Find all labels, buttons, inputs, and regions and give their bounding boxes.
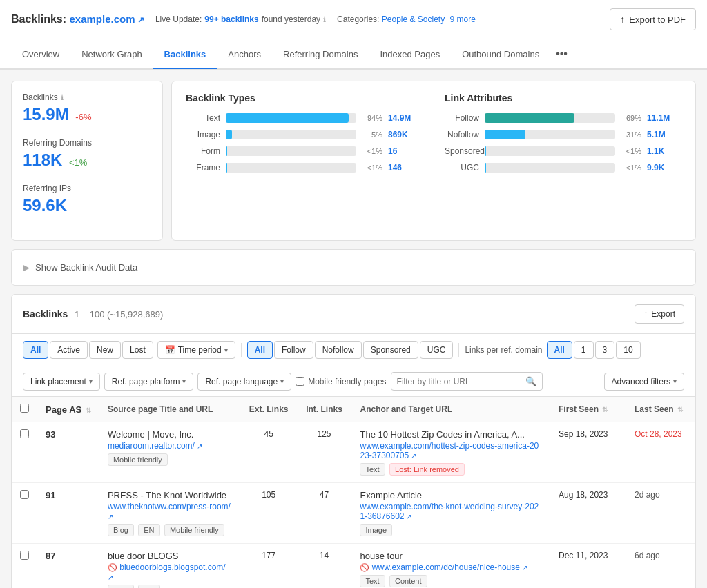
- th-last-seen[interactable]: Last Seen ⇅: [626, 397, 695, 422]
- filter-type-new[interactable]: New: [89, 341, 121, 359]
- ref-page-language-dropdown[interactable]: Ref. page language: [197, 373, 291, 391]
- table-body: 93 Welcome | Move, Inc. mediaroom.realto…: [12, 422, 695, 589]
- bar-count-text: 14.9M: [388, 113, 423, 123]
- bar-fill-text: [226, 113, 349, 123]
- th-page-as[interactable]: Page AS ⇅: [37, 397, 99, 422]
- filter-attr-nofollow[interactable]: Nofollow: [315, 341, 362, 359]
- ref-page-platform-label: Ref. page platform: [112, 377, 180, 386]
- sort-icon-last: ⇅: [677, 406, 683, 413]
- filter-attr-all[interactable]: All: [247, 341, 273, 359]
- bar-label-nofollow: Nofollow: [445, 130, 479, 139]
- th-int-links[interactable]: Int. Links: [296, 397, 351, 422]
- bar-track-sponsored: [485, 146, 615, 156]
- filter-lp-10[interactable]: 10: [616, 341, 640, 359]
- filter-type-lost[interactable]: Lost: [122, 341, 153, 359]
- source-url-3[interactable]: 🚫 bluedoorblogs.blogspot.com/: [108, 562, 226, 582]
- as-score-3: 87: [46, 551, 55, 561]
- bar-pct-text: 94%: [362, 114, 382, 122]
- td-first-1: Sep 18, 2023: [550, 422, 626, 483]
- th-ext-links[interactable]: Ext. Links: [241, 397, 297, 422]
- export-backlinks-button[interactable]: ↑ Export: [635, 304, 684, 324]
- tag-en-3: EN: [138, 585, 159, 588]
- source-url-2[interactable]: www.theknotww.com/press-room/: [108, 502, 231, 521]
- tab-anchors[interactable]: Anchors: [217, 41, 272, 69]
- filter-lp-3[interactable]: 3: [595, 341, 615, 359]
- filter-attr-follow[interactable]: Follow: [274, 341, 313, 359]
- td-ext-2: 105: [241, 483, 297, 544]
- th-first-seen[interactable]: First Seen ⇅: [550, 397, 626, 422]
- link-placement-dropdown[interactable]: Link placement: [23, 373, 100, 391]
- anchor-url-2[interactable]: www.example.com/the-knot-wedding-survey-…: [360, 502, 542, 521]
- categories: Categories: People & Society 9 more: [337, 14, 476, 24]
- export-btn-label: Export: [651, 309, 675, 319]
- tab-referring-domains[interactable]: Referring Domains: [272, 41, 369, 69]
- backlinks-table-title: Backlinks: [23, 308, 68, 320]
- row-checkbox-3[interactable]: [20, 551, 29, 560]
- th-last-seen-label: Last Seen: [635, 404, 674, 414]
- search-input[interactable]: [397, 377, 523, 386]
- filter-lp-1[interactable]: 1: [574, 341, 594, 359]
- select-all-checkbox[interactable]: [20, 404, 29, 413]
- time-period-dropdown[interactable]: 📅 Time period: [157, 341, 235, 359]
- referring-domains-label: Referring Domains: [23, 138, 151, 148]
- backlink-types-title: Backlink Types: [186, 92, 423, 104]
- category-link[interactable]: People & Society: [382, 14, 445, 24]
- bar-label-frame: Frame: [186, 163, 220, 173]
- anchor-tag-image-2: Image: [360, 524, 392, 536]
- tab-overview[interactable]: Overview: [11, 41, 70, 69]
- filter-type-active[interactable]: Active: [50, 341, 88, 359]
- mobile-friendly-checkbox-label[interactable]: Mobile friendly pages: [296, 377, 386, 386]
- show-audit-toggle[interactable]: ▶ Show Backlink Audit Data: [23, 254, 684, 281]
- nav-more-button[interactable]: •••: [550, 39, 573, 68]
- source-url-1[interactable]: mediaroom.realtor.com/: [108, 441, 202, 451]
- info-icon[interactable]: ℹ: [323, 15, 326, 24]
- th-ext-links-label: Ext. Links: [249, 404, 289, 414]
- table-header-row: Page AS ⇅ Source page Title and URL Ext.…: [12, 397, 695, 422]
- blocked-icon-anchor-3: 🚫: [360, 563, 369, 571]
- top-bar: Backlinks: example.com Live Update: 99+ …: [0, 0, 707, 39]
- td-check-2: [12, 483, 37, 544]
- bar-pct-image: 5%: [362, 130, 382, 139]
- attr-filter-group: All Follow Nofollow Sponsored UGC: [247, 341, 454, 359]
- backlinks-info-icon[interactable]: ℹ: [61, 93, 64, 102]
- filter-type-all[interactable]: All: [23, 341, 48, 359]
- referring-domains-change: <1%: [69, 157, 87, 168]
- row-checkbox-2[interactable]: [20, 490, 29, 499]
- tag-blog-2: Blog: [108, 524, 134, 536]
- td-source-3: blue door BLOGS 🚫 bluedoorblogs.blogspot…: [99, 544, 241, 589]
- mobile-friendly-checkbox[interactable]: [296, 377, 304, 386]
- referring-ips-label-text: Referring IPs: [23, 184, 71, 193]
- bar-label-ugc: UGC: [445, 163, 479, 173]
- td-as-3: 87: [37, 544, 99, 589]
- ref-page-platform-dropdown[interactable]: Ref. page platform: [104, 373, 194, 391]
- th-source-label: Source page Title and URL: [108, 404, 213, 414]
- tab-indexed-pages[interactable]: Indexed Pages: [369, 41, 451, 69]
- td-as-2: 91: [37, 483, 99, 544]
- more-categories-link[interactable]: 9 more: [450, 14, 476, 24]
- filter-lp-all[interactable]: All: [547, 341, 572, 359]
- as-score-2: 91: [46, 490, 55, 500]
- domain-link[interactable]: example.com: [70, 13, 144, 25]
- tab-network-graph[interactable]: Network Graph: [70, 41, 153, 69]
- backlinks-value: 15.9M: [23, 105, 69, 124]
- tag-en-2: EN: [138, 524, 159, 536]
- tab-outbound-domains[interactable]: Outbound Domains: [451, 41, 550, 69]
- anchor-url-1[interactable]: www.example.com/hottest-zip-codes-americ…: [360, 441, 542, 460]
- export-pdf-button[interactable]: Export to PDF: [610, 8, 696, 30]
- anchor-url-3[interactable]: 🚫 www.example.com/dc/house/nice-house: [360, 562, 542, 572]
- filter-attr-ugc[interactable]: UGC: [420, 341, 454, 359]
- filter-attr-sponsored[interactable]: Sponsored: [363, 341, 418, 359]
- backlink-types-chart: Backlink Types Text 94% 14.9M Image 5% 8…: [186, 92, 423, 179]
- bar-fill-image: [226, 130, 232, 139]
- found-text: found yesterday: [262, 14, 320, 24]
- bar-row-text: Text 94% 14.9M: [186, 113, 423, 123]
- td-anchor-3: house tour 🚫 www.example.com/dc/house/ni…: [351, 544, 550, 589]
- bar-fill-ugc: [485, 163, 486, 173]
- backlinks-found-link[interactable]: 99+ backlinks: [204, 14, 258, 24]
- advanced-filters-button[interactable]: Advanced filters: [604, 373, 684, 391]
- anchor-tag-text-1: Text: [360, 463, 385, 476]
- bar-count-nofollow: 5.1M: [647, 130, 681, 139]
- row-checkbox-1[interactable]: [20, 429, 29, 438]
- referring-ips-value-row: 59.6K: [23, 196, 151, 215]
- tab-backlinks[interactable]: Backlinks: [153, 41, 217, 69]
